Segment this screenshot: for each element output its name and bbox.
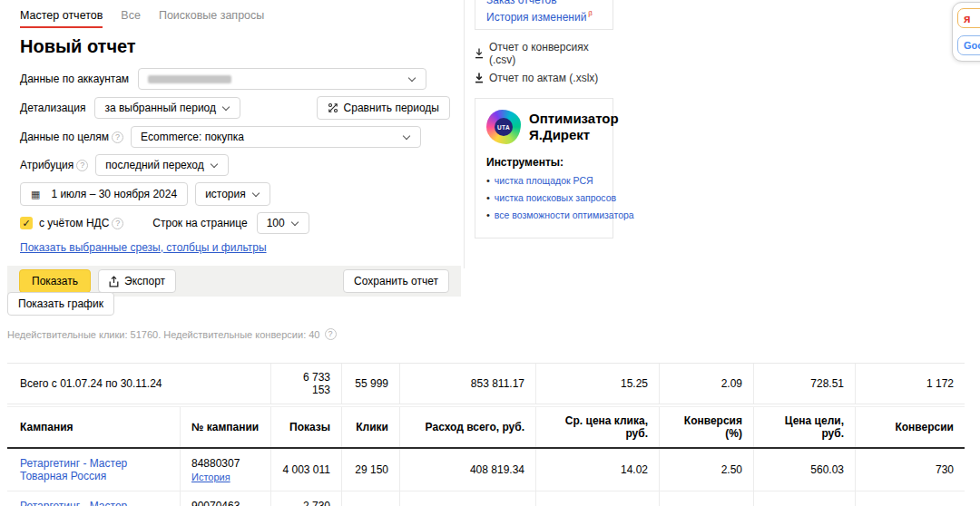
history-link[interactable]: История xyxy=(191,472,230,482)
accounts-select[interactable] xyxy=(138,68,426,90)
report-form-panel: Мастер отчетов Все Поисковые запросы Нов… xyxy=(0,0,465,268)
impressions-cell: 2 730 142 xyxy=(270,491,341,506)
optimizer-link-all[interactable]: все возможности оптимизатора xyxy=(495,209,634,220)
optimizer-link-queries[interactable]: чистка поисковых запросов xyxy=(495,192,616,203)
yandex-translate-button[interactable]: я xyxy=(957,8,980,28)
optimizer-title-line2: Я.Директ xyxy=(529,127,619,143)
chevron-down-icon xyxy=(290,219,298,226)
campaign-link[interactable]: Ретаргетинг - Мастер Товарная Россия xyxy=(20,457,169,482)
accounts-redacted-value xyxy=(148,75,231,83)
clicks-cell: 29 150 xyxy=(341,449,399,491)
cost-cell: 444 991.83 xyxy=(399,491,535,506)
col-header-impressions[interactable]: Показы xyxy=(270,407,341,447)
col-header-conv-rate[interactable]: Конверсия (%) xyxy=(659,407,753,447)
col-header-avg-cpc[interactable]: Ср. цена клика, руб. xyxy=(535,407,659,447)
compare-periods-label: Сравнить периоды xyxy=(344,102,439,114)
download-icon xyxy=(475,73,484,83)
totals-conv-rate: 2.09 xyxy=(659,364,753,404)
vat-label: с учётом НДС xyxy=(39,217,109,229)
optimizer-link-rsya[interactable]: чистка площадок РСЯ xyxy=(495,175,593,186)
table-row: Ретаргетинг - Мастер Товарная Воронежска… xyxy=(7,491,965,506)
vat-checkbox[interactable]: ✓ xyxy=(20,217,33,229)
tab-report-wizard[interactable]: Мастер отчетов xyxy=(20,9,103,28)
chevron-down-icon xyxy=(408,74,416,82)
options-row: ✓ с учётом НДС ? Строк на странице 100 xyxy=(20,212,450,234)
chevron-down-icon xyxy=(403,132,410,140)
save-report-button[interactable]: Сохранить отчет xyxy=(343,269,449,293)
export-button[interactable]: Экспорт xyxy=(98,269,176,293)
export-label: Экспорт xyxy=(124,275,165,287)
optimizer-link-item: • чистка площадок РСЯ xyxy=(486,175,607,187)
campaign-cell: Ретаргетинг - Мастер Товарная Россия xyxy=(7,449,180,491)
chevron-down-icon xyxy=(252,190,260,197)
totals-goal-cost: 728.51 xyxy=(753,364,855,404)
table-header-row: Кампания № кампании Показы Клики Расход … xyxy=(7,406,965,449)
show-button[interactable]: Показать xyxy=(19,269,91,293)
download-links: Отчет о конверсиях (.csv) Отчет по актам… xyxy=(475,41,613,84)
clicks-cell: 26 849 xyxy=(341,491,399,506)
attribution-select[interactable]: последний переход xyxy=(95,154,229,176)
yandex-icon: я xyxy=(964,12,971,25)
date-range-value: 1 июля – 30 ноября 2024 xyxy=(51,188,177,200)
change-history-link[interactable]: История изменений xyxy=(486,11,586,24)
detail-select-value: за выбранный период xyxy=(104,102,216,114)
tab-search-queries[interactable]: Поисковые запросы xyxy=(159,9,264,26)
history-select[interactable]: история xyxy=(195,182,270,206)
conv-rate-cell: 1.65 xyxy=(659,491,753,506)
order-reports-link[interactable]: Заказ отчетов xyxy=(486,0,557,6)
history-select-value: история xyxy=(205,188,246,200)
totals-conversions: 1 172 xyxy=(855,364,965,404)
detail-label: Детализация xyxy=(20,102,85,114)
col-header-clicks[interactable]: Клики xyxy=(341,407,399,447)
optimizer-link-item: • все возможности оптимизатора xyxy=(486,209,607,221)
conversions-report-link[interactable]: Отчет о конверсиях (.csv) xyxy=(475,41,613,66)
campaign-link[interactable]: Ретаргетинг - Мастер Товарная Воронежска… xyxy=(20,500,169,506)
bullet-icon: • xyxy=(486,175,490,187)
question-icon[interactable]: ? xyxy=(76,160,88,171)
uta-logo: UTA xyxy=(486,110,521,144)
rows-per-page-label: Строк на странице xyxy=(152,217,247,229)
goals-label: Данные по целям xyxy=(20,131,109,143)
google-translate-button[interactable]: Goo xyxy=(957,35,980,55)
tab-all[interactable]: Все xyxy=(121,9,141,26)
col-header-campaign[interactable]: Кампания xyxy=(7,407,180,447)
detail-row: Детализация за выбранный период Сравнить… xyxy=(20,96,450,120)
date-row: ▦ 1 июля – 30 ноября 2024 история xyxy=(20,182,450,206)
conversions-cell: 442 xyxy=(855,491,965,506)
change-history-wrap: История измененийβ xyxy=(486,8,593,24)
detail-select[interactable]: за выбранный период xyxy=(94,97,240,119)
slices-row: Показать выбранные срезы, столбцы и филь… xyxy=(20,240,450,255)
campaign-id-cell: 84880307 История xyxy=(180,449,270,491)
question-icon[interactable]: ? xyxy=(112,131,123,143)
question-icon[interactable]: ? xyxy=(325,328,337,340)
col-header-goal-cost[interactable]: Цена цели, руб. xyxy=(753,407,855,447)
conversions-report-label: Отчет о конверсиях (.csv) xyxy=(489,41,613,66)
show-slices-link[interactable]: Показать выбранные срезы, столбцы и филь… xyxy=(20,241,267,254)
question-icon[interactable]: ? xyxy=(112,218,123,229)
avg-cpc-cell: 14.02 xyxy=(535,449,659,491)
show-chart-button[interactable]: Показать график xyxy=(7,292,114,316)
optimizer-tools-label: Инструменты: xyxy=(486,156,607,169)
report-table: Всего с 01.07.24 по 30.11.24 6 733 153 5… xyxy=(7,363,965,506)
acts-report-link[interactable]: Отчет по актам (.xslx) xyxy=(475,72,613,84)
conv-rate-cell: 2.50 xyxy=(659,449,753,491)
campaign-id: 90070463 xyxy=(191,500,240,506)
uta-logo-text: UTA xyxy=(495,118,513,136)
conversions-cell: 730 xyxy=(855,449,965,491)
compare-periods-button[interactable]: Сравнить периоды xyxy=(317,96,450,120)
reports-links-box: Заказ отчетов История измененийβ xyxy=(475,0,613,30)
totals-avg-cpc: 15.25 xyxy=(535,364,659,404)
date-range-button[interactable]: ▦ 1 июля – 30 ноября 2024 xyxy=(20,182,188,206)
totals-row: Всего с 01.07.24 по 30.11.24 6 733 153 5… xyxy=(7,363,965,404)
campaign-cell: Ретаргетинг - Мастер Товарная Воронежска… xyxy=(7,491,180,506)
goals-select[interactable]: Ecommerce: покупка xyxy=(131,126,421,148)
col-header-campaign-id[interactable]: № кампании xyxy=(180,407,270,447)
col-header-cost[interactable]: Расход всего, руб. xyxy=(399,407,535,447)
rows-per-page-select[interactable]: 100 xyxy=(257,212,309,234)
col-header-conversions[interactable]: Конверсии xyxy=(855,407,965,447)
page-title: Новый отчет xyxy=(20,36,464,57)
acts-report-label: Отчет по актам (.xslx) xyxy=(489,72,598,84)
google-icon: Goo xyxy=(964,40,980,51)
goals-select-value: Ecommerce: покупка xyxy=(141,131,244,143)
accounts-row: Данные по аккаунтам xyxy=(20,68,450,90)
